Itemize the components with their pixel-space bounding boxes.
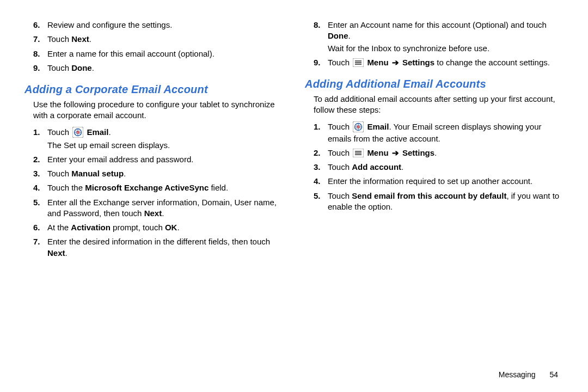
step-number: 7. bbox=[33, 34, 47, 45]
step-text: Enter a name for this email account (opt… bbox=[47, 48, 283, 59]
list-item: 5. Enter all the Exchange server informa… bbox=[33, 197, 283, 219]
arrow-icon: ➔ bbox=[389, 148, 402, 157]
step-number: 8. bbox=[314, 20, 328, 30]
step-number: 5. bbox=[314, 191, 328, 201]
menu-icon bbox=[353, 149, 364, 157]
step-number: 3. bbox=[33, 168, 47, 179]
footer-page-number: 54 bbox=[549, 370, 558, 379]
step-text: Enter an Account name for this account (… bbox=[328, 20, 564, 54]
step-text: Touch the Microsoft Exchange ActiveSync … bbox=[47, 182, 283, 193]
step-text: Touch Send email from this account by de… bbox=[328, 191, 564, 213]
list-item: 7. Touch Next. bbox=[33, 34, 283, 45]
list-item: 1. Touch Email. Your Email screen displa… bbox=[314, 121, 564, 144]
email-app-icon bbox=[353, 121, 364, 132]
step-number: 5. bbox=[33, 197, 47, 208]
step-text: Touch Manual setup. bbox=[47, 168, 283, 179]
step-text: Review and configure the settings. bbox=[47, 20, 283, 30]
list-item: 9. Touch Done. bbox=[33, 63, 283, 74]
step-subtext: Wait for the Inbox to synchronize before… bbox=[328, 43, 564, 54]
step-number: 4. bbox=[33, 182, 47, 193]
intro-text: To add additional email accounts after s… bbox=[314, 94, 564, 116]
step-text: Touch Email. The Set up email screen dis… bbox=[47, 127, 283, 151]
step-number: 8. bbox=[33, 48, 47, 59]
step-text: Touch Add account. bbox=[328, 162, 564, 173]
step-text: Touch Email. Your Email screen displays … bbox=[328, 121, 564, 144]
step-text: Enter the information required to set up… bbox=[328, 176, 564, 187]
list-item: 7. Enter the desired information in the … bbox=[33, 236, 283, 259]
list-item: 3. Touch Add account. bbox=[314, 162, 564, 173]
list-item: 6. At the Activation prompt, touch OK. bbox=[33, 222, 283, 233]
step-number: 9. bbox=[33, 63, 47, 74]
arrow-icon: ➔ bbox=[389, 58, 402, 67]
heading-corporate-email: Adding a Corporate Email Account bbox=[24, 83, 283, 96]
step-number: 2. bbox=[314, 148, 328, 158]
list-item: 5. Touch Send email from this account by… bbox=[314, 191, 564, 213]
step-number: 2. bbox=[33, 154, 47, 165]
step-number: 1. bbox=[33, 127, 47, 138]
heading-additional-email: Adding Additional Email Accounts bbox=[305, 78, 564, 90]
step-text: Enter the desired information in the dif… bbox=[47, 236, 283, 259]
list-item: 2. Enter your email address and password… bbox=[33, 154, 283, 165]
step-number: 3. bbox=[314, 162, 328, 173]
step-text: Enter your email address and password. bbox=[47, 154, 283, 165]
right-column: 8. Enter an Account name for this accoun… bbox=[305, 16, 564, 262]
list-item: 2. Touch Menu ➔ Settings. bbox=[314, 148, 564, 158]
list-item: 3. Touch Manual setup. bbox=[33, 168, 283, 179]
step-text: Touch Done. bbox=[47, 63, 283, 74]
list-item: 9. Touch Menu ➔ Settings to change the a… bbox=[314, 57, 564, 68]
continued-steps-list: 8. Enter an Account name for this accoun… bbox=[314, 20, 564, 68]
footer-section: Messaging bbox=[499, 370, 536, 379]
left-column: 6. Review and configure the settings. 7.… bbox=[24, 16, 283, 262]
list-item: 8. Enter a name for this email account (… bbox=[33, 48, 283, 59]
step-text: Touch Menu ➔ Settings to change the acco… bbox=[328, 57, 564, 68]
step-text: Touch Next. bbox=[47, 34, 283, 45]
list-item: 4. Enter the information required to set… bbox=[314, 176, 564, 187]
list-item: 8. Enter an Account name for this accoun… bbox=[314, 20, 564, 54]
step-number: 9. bbox=[314, 57, 328, 68]
intro-text: Use the following procedure to configure… bbox=[33, 99, 283, 121]
step-number: 6. bbox=[33, 222, 47, 233]
step-text: Enter all the Exchange server informatio… bbox=[47, 197, 283, 219]
step-subtext: The Set up email screen displays. bbox=[47, 140, 283, 151]
step-number: 1. bbox=[314, 121, 328, 132]
step-number: 4. bbox=[314, 176, 328, 187]
step-text: At the Activation prompt, touch OK. bbox=[47, 222, 283, 233]
list-item: 4. Touch the Microsoft Exchange ActiveSy… bbox=[33, 182, 283, 193]
email-app-icon bbox=[72, 127, 83, 138]
menu-icon bbox=[353, 58, 364, 67]
additional-steps-list: 1. Touch Email. Your Email screen displa… bbox=[314, 121, 564, 213]
list-item: 1. Touch Email. The Set up email screen … bbox=[33, 127, 283, 151]
list-item: 6. Review and configure the settings. bbox=[33, 20, 283, 30]
page-footer: Messaging 54 bbox=[499, 370, 558, 379]
prior-steps-list: 6. Review and configure the settings. 7.… bbox=[33, 20, 283, 74]
step-number: 6. bbox=[33, 20, 47, 30]
step-number: 7. bbox=[33, 236, 47, 247]
page-body: 6. Review and configure the settings. 7.… bbox=[0, 0, 588, 267]
step-text: Touch Menu ➔ Settings. bbox=[328, 148, 564, 158]
corporate-steps-list: 1. Touch Email. The Set up email screen … bbox=[33, 127, 283, 259]
